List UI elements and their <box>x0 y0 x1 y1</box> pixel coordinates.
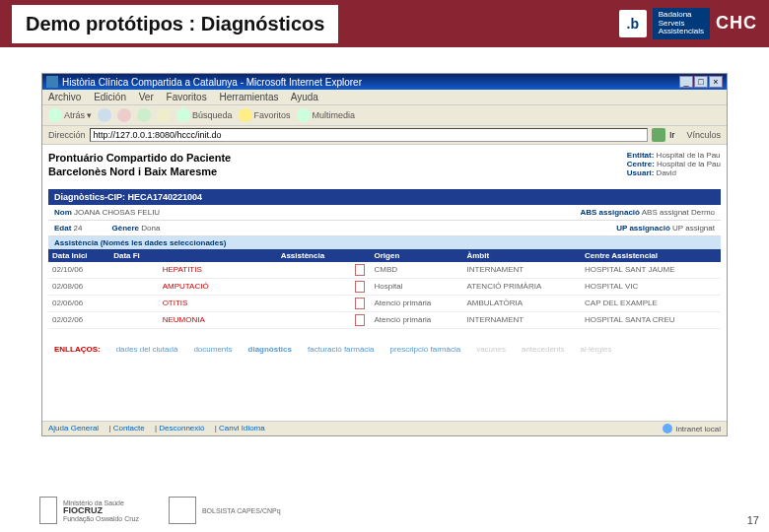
window-controls: _ □ × <box>679 76 723 88</box>
minimize-button[interactable]: _ <box>679 76 693 88</box>
ie-menu-bar: Archivo Edición Ver Favoritos Herramient… <box>42 90 727 105</box>
menu-item[interactable]: Ayuda <box>291 92 318 102</box>
cell-centre: HOSPITAL SANTA CREU <box>581 311 721 328</box>
link-documents[interactable]: documents <box>193 345 232 354</box>
cell-origen: Atenció primària <box>371 295 463 311</box>
menu-item[interactable]: Favoritos <box>167 92 207 102</box>
cell-centre: HOSPITAL SANT JAUME <box>581 262 721 279</box>
slide-header: Demo protótipos : Diagnósticos .b Badalo… <box>0 0 769 47</box>
go-label: Ir <box>669 130 675 140</box>
th-centre[interactable]: Centre Assistencial <box>581 249 721 262</box>
context-info: Entitat: Hospital de la Pau Centre: Hosp… <box>627 151 721 179</box>
cell-origen: Hospital <box>371 278 463 295</box>
ie-titlebar: Història Clínica Compartida a Catalunya … <box>42 74 727 90</box>
page-title: Prontuário Compartido do Paciente Barcel… <box>48 151 231 179</box>
link-dades[interactable]: dades del ciutadà <box>116 345 178 354</box>
table-row[interactable]: 02/10/06HEPATITISCMBDINTERNAMENTHOSPITAL… <box>48 262 721 279</box>
maximize-button[interactable]: □ <box>694 76 708 88</box>
forward-icon[interactable] <box>98 108 111 122</box>
cell-ambit: INTERNAMENT <box>462 262 581 279</box>
cell-origen: CMBD <box>371 262 463 279</box>
th-data-fi[interactable]: Data Fi <box>109 249 158 262</box>
document-icon <box>355 264 365 276</box>
menu-item[interactable]: Edición <box>94 92 126 102</box>
cell-centre: CAP DEL EXAMPLE <box>581 295 721 311</box>
page-content: Prontuário Compartido do Paciente Barcel… <box>42 145 727 421</box>
cell-data-fi <box>109 295 158 311</box>
document-icon <box>355 281 365 293</box>
address-input[interactable] <box>90 128 648 142</box>
links-label: ENLLAÇOS: <box>54 345 101 354</box>
slide-title: Demo protótipos : Diagnósticos <box>12 5 338 43</box>
link-alergies[interactable]: al·lèrgies <box>581 345 612 354</box>
cell-diag: OTITIS <box>159 295 277 311</box>
link-antecedents[interactable]: antecedents <box>522 345 565 354</box>
cell-doc[interactable] <box>351 278 371 295</box>
logo-badalona-icon: .b <box>619 10 647 37</box>
menu-item[interactable]: Herramientas <box>219 92 278 102</box>
cell-doc[interactable] <box>351 311 371 328</box>
assist-bar: Assistència (Només les dades seleccionad… <box>48 236 721 249</box>
star-icon <box>239 108 252 122</box>
search-button[interactable]: Búsqueda <box>176 108 233 122</box>
document-icon <box>355 298 365 309</box>
diagnostics-table: Data Inici Data Fi Assistència Origen Àm… <box>48 249 721 329</box>
link-diagnostics[interactable]: diagnòstics <box>248 345 292 354</box>
link-vacunes[interactable]: vacunes <box>476 345 506 354</box>
patient-info: Nom JOANA CHOSAS FELIU ABS assignació AB… <box>48 205 721 221</box>
cell-ambit: INTERNAMENT <box>462 311 581 328</box>
cell-diag: AMPUTACIÓ <box>159 278 277 295</box>
cell-assist <box>277 311 351 328</box>
stop-icon[interactable] <box>117 108 131 122</box>
page-header: Prontuário Compartido do Paciente Barcel… <box>48 151 721 179</box>
link-facturacio[interactable]: facturació farmàcia <box>308 345 375 354</box>
cell-assist <box>277 295 351 311</box>
cell-ambit: AMBULATÒRIA <box>462 295 581 311</box>
table-row[interactable]: 02/08/06AMPUTACIÓHospitalATENCIÓ PRIMÀRI… <box>48 278 721 295</box>
media-button[interactable]: Multimedia <box>297 108 356 122</box>
table-header-row: Data Inici Data Fi Assistència Origen Àm… <box>48 249 721 262</box>
table-row[interactable]: 02/06/06OTITISAtenció primàriaAMBULATÒRI… <box>48 295 721 311</box>
ie-address-bar: Dirección Ir Vínculos <box>42 126 727 145</box>
go-button[interactable] <box>652 128 665 142</box>
cell-diag: HEPATITIS <box>159 262 277 279</box>
link-prescripcio[interactable]: prescripció farmàcia <box>390 345 461 354</box>
th-ambit[interactable]: Àmbit <box>462 249 581 262</box>
links-bar: ENLLAÇOS: dades del ciutadà documents di… <box>48 341 721 358</box>
footer-link[interactable]: Ajuda General <box>48 424 99 432</box>
footer-link[interactable]: Desconnexió <box>159 424 204 432</box>
fiocruz-logo: Ministério da Saúde FIOCRUZ Fundação Osw… <box>39 497 139 524</box>
ie-window-title: Història Clínica Compartida a Catalunya … <box>62 77 362 88</box>
th-diag[interactable] <box>159 249 277 262</box>
cell-doc[interactable] <box>351 262 371 279</box>
footer-link[interactable]: Contacte <box>113 424 145 432</box>
intranet-icon <box>663 424 672 433</box>
logo-bsa: Badalona Serveis Assistencials <box>653 8 710 39</box>
table-row[interactable]: 02/02/06NEUMONIAAtenció primàriaINTERNAM… <box>48 311 721 328</box>
cell-doc[interactable] <box>351 295 371 311</box>
close-button[interactable]: × <box>709 76 723 88</box>
menu-item[interactable]: Ver <box>139 92 154 102</box>
cell-data-fi <box>109 311 158 328</box>
cell-assist <box>277 278 351 295</box>
th-origen[interactable]: Origen <box>371 249 463 262</box>
menu-item[interactable]: Archivo <box>48 92 81 102</box>
slide-footer-logos: Ministério da Saúde FIOCRUZ Fundação Osw… <box>39 497 281 524</box>
cell-data-fi <box>109 262 158 279</box>
links-label[interactable]: Vínculos <box>686 130 721 140</box>
th-doc[interactable] <box>351 249 371 262</box>
cell-data-inici: 02/10/06 <box>48 262 109 279</box>
th-assist[interactable]: Assistència <box>277 249 351 262</box>
back-button[interactable]: Atrás ▾ <box>48 108 92 122</box>
th-data-inici[interactable]: Data Inici <box>48 249 109 262</box>
diagnostic-bar: Diagnòstics-CIP: HECA1740221004 <box>48 189 721 205</box>
home-icon[interactable] <box>157 108 171 122</box>
search-icon <box>176 108 190 122</box>
footer-link[interactable]: Canvi Idioma <box>219 424 265 432</box>
media-icon <box>297 108 311 122</box>
refresh-icon[interactable] <box>137 108 151 122</box>
ie-app-icon <box>46 76 58 88</box>
page-number: 17 <box>747 514 759 526</box>
favorites-button[interactable]: Favoritos <box>239 108 291 122</box>
ie-window: Història Clínica Compartida a Catalunya … <box>41 73 728 436</box>
